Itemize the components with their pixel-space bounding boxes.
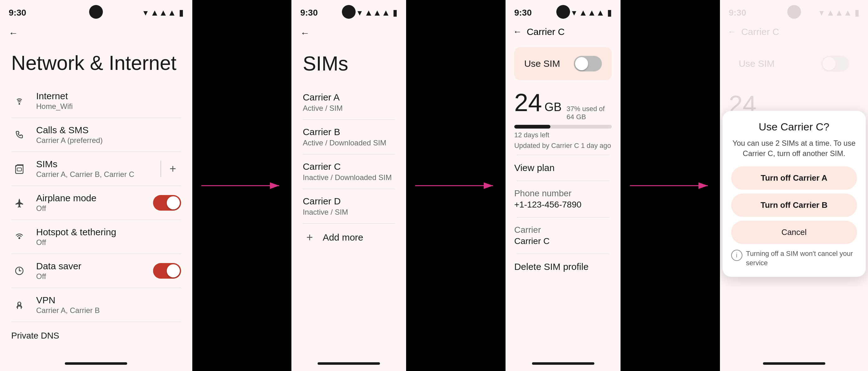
menu-text-sims: SIMs Carrier A, Carrier B, Carrier C [36,159,152,179]
cancel-button[interactable]: Cancel [731,221,857,244]
carrier-c-header: ← Carrier C [505,22,621,42]
use-sim-toggle[interactable] [574,56,602,72]
carrier-label: Carrier [514,225,612,235]
use-carrier-dialog: Use Carrier C? You can use 2 SIMs at a t… [722,111,866,277]
menu-item-datasaver[interactable]: Data saver Off [0,254,192,288]
carrier-c-title: Carrier C [527,27,565,37]
svg-point-0 [19,103,20,105]
menu-text-airplane: Airplane mode Off [36,193,144,213]
sim-icon [11,161,27,177]
status-bar-1: 9:30 ▾ ▲▲▲ ▮ [0,0,192,22]
calls-label: Calls & SMS [36,125,181,136]
sim-item-carrier-b[interactable]: Carrier B Active / Downloaded SIM [291,120,406,154]
use-sim-row[interactable]: Use SIM [514,47,612,80]
status-bar-2: 9:30 ▾ ▲▲▲ ▮ [291,0,406,22]
view-plan-label: View plan [514,163,612,173]
dialog-desc: You can use 2 SIMs at a time. To use Car… [731,138,857,159]
hotspot-label: Hotspot & tethering [36,227,181,237]
vpn-icon [11,297,27,313]
screen-sims: 9:30 ▾ ▲▲▲ ▮ ← SIMs Carrier A Active / S… [291,0,406,371]
time-3: 9:30 [514,8,532,18]
menu-item-internet[interactable]: Internet Home_Wifi [0,84,192,118]
turn-off-carrier-b-button[interactable]: Turn off Carrier B [731,194,857,217]
add-more-button[interactable]: + Add more [291,224,406,251]
datasaver-label: Data saver [36,261,144,272]
carrier-c-sub: Inactive / Downloaded SIM [303,173,395,182]
menu-item-sims[interactable]: SIMs Carrier A, Carrier B, Carrier C + [0,152,192,186]
sims-label: SIMs [36,159,152,169]
data-percent: 37% used of 64 GB [567,105,612,121]
private-dns-item[interactable]: Private DNS [0,322,192,349]
view-plan-item[interactable]: View plan [505,155,621,181]
signal-icon-1: ▲▲▲ [150,8,176,18]
signal-icon-2: ▲▲▲ [364,8,390,18]
status-bar-3: 9:30 ▾ ▲▲▲ ▮ [505,0,621,22]
menu-item-airplane[interactable]: Airplane mode Off [0,186,192,220]
calls-sub: Carrier A (preferred) [36,136,181,145]
gap-2 [406,0,505,371]
vpn-label: VPN [36,295,181,306]
carrier-value: Carrier C [514,236,612,246]
menu-text-vpn: VPN Carrier A, Carrier B [36,295,181,315]
wifi-icon-2: ▾ [358,7,362,18]
menu-item-hotspot[interactable]: Hotspot & tethering Off [0,220,192,254]
add-more-icon: + [303,231,316,244]
datasaver-sub: Off [36,272,144,281]
internet-label: Internet [36,91,181,102]
bottom-bar-2 [318,362,380,365]
data-amount: 24 [514,90,542,115]
menu-text-hotspot: Hotspot & tethering Off [36,227,181,247]
arrow-3 [624,173,717,198]
screen-network-internet: 9:30 ▾ ▲▲▲ ▮ ← Network & Internet Intern… [0,0,192,371]
camera-notch-3 [556,5,570,19]
bottom-bar-3 [532,362,594,365]
status-icons-2: ▾ ▲▲▲ ▮ [358,7,397,18]
svg-rect-2 [17,168,22,171]
wifi-icon-1: ▾ [143,7,148,18]
camera-notch-1 [89,5,103,19]
datasaver-toggle[interactable] [153,263,181,279]
vpn-sub: Carrier A, Carrier B [36,306,181,315]
carrier-item: Carrier Carrier C [505,218,621,254]
back-button-2[interactable]: ← [291,22,406,45]
gap-3 [621,0,720,371]
status-icons-3: ▾ ▲▲▲ ▮ [572,7,612,18]
sim-item-carrier-c[interactable]: Carrier C Inactive / Downloaded SIM [291,154,406,189]
battery-icon-2: ▮ [393,7,397,18]
carrier-d-sub: Inactive / SIM [303,208,395,217]
phone-number-value: +1-123-456-7890 [514,200,612,210]
carrier-a-label: Carrier A [303,92,395,103]
add-more-label: Add more [322,232,363,243]
sims-sub: Carrier A, Carrier B, Carrier C [36,170,152,179]
wifi-icon-3: ▾ [572,7,576,18]
signal-icon-3: ▲▲▲ [579,8,604,18]
delete-profile-item[interactable]: Delete SIM profile [505,254,621,280]
menu-item-vpn[interactable]: VPN Carrier A, Carrier B [0,288,192,322]
sim-item-carrier-a[interactable]: Carrier A Active / SIM [291,85,406,119]
back-icon-3[interactable]: ← [513,27,522,37]
hotspot-sub: Off [36,238,181,247]
data-amount-row: 24 GB 37% used of 64 GB [514,90,612,121]
status-icons-1: ▾ ▲▲▲ ▮ [143,7,183,18]
sims-right: + [160,161,181,177]
menu-text-internet: Internet Home_Wifi [36,91,181,111]
airplane-toggle[interactable] [153,195,181,210]
menu-item-calls[interactable]: Calls & SMS Carrier A (preferred) [0,118,192,152]
wifi-icon [11,93,27,109]
phone-icon [11,127,27,143]
add-sim-button[interactable]: + [165,161,181,177]
turn-off-carrier-a-button[interactable]: Turn off Carrier A [731,166,857,190]
battery-icon-1: ▮ [179,7,184,18]
sim-item-carrier-d[interactable]: Carrier D Inactive / SIM [291,189,406,223]
carrier-a-sub: Active / SIM [303,104,395,113]
svg-point-3 [19,237,20,239]
carrier-b-sub: Active / Downloaded SIM [303,139,395,147]
sims-divider [160,161,161,177]
airplane-toggle-thumb [167,196,180,209]
use-sim-toggle-thumb [575,57,588,70]
days-left: 12 days left [514,131,612,139]
delete-profile-label: Delete SIM profile [514,261,612,272]
back-button-1[interactable]: ← [0,22,192,45]
time-2: 9:30 [300,8,318,18]
dialog-note-text: Turning off a SIM won't cancel your serv… [746,249,857,268]
